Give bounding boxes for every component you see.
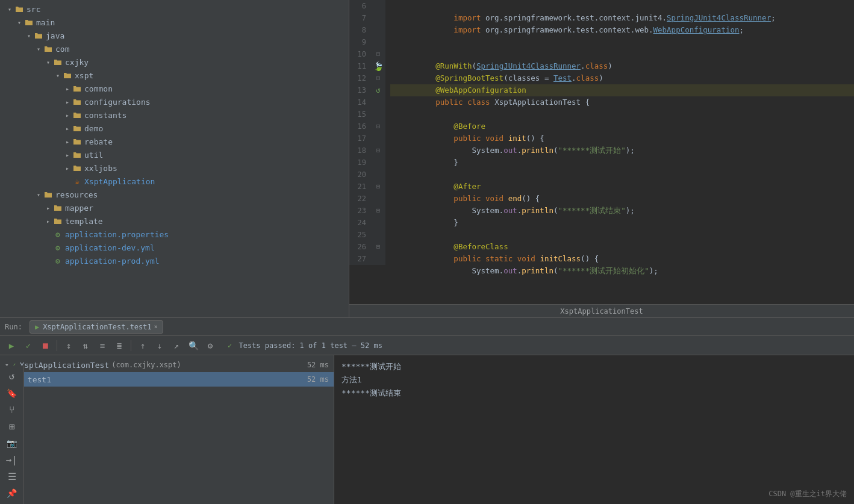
gutter-25 xyxy=(371,229,385,241)
output-line-1: ******测试开始 xyxy=(341,360,847,373)
folder-icon-cxjky xyxy=(53,57,63,67)
folder-icon-mapper xyxy=(53,203,63,213)
tree-item-xspt[interactable]: xspt xyxy=(0,69,349,82)
gutter-22 xyxy=(371,193,385,205)
folder-icon-resources xyxy=(43,190,53,199)
folder-icon-xxljobs xyxy=(72,163,82,173)
tree-item-application-prod[interactable]: ⚙ application-prod.yml xyxy=(0,254,349,267)
run-down-button[interactable]: ↓ xyxy=(153,339,166,352)
gutter-6 xyxy=(371,0,385,12)
tree-item-demo[interactable]: demo xyxy=(0,122,349,135)
run-align-button[interactable]: ≡ xyxy=(96,339,109,352)
run-tree-test1[interactable]: ✓ test1 52 ms xyxy=(0,372,334,387)
tree-item-resources[interactable]: resources xyxy=(0,188,349,201)
tree-item-xsptapplication[interactable]: ☕ XsptApplication xyxy=(0,175,349,188)
line-num-24: 24 xyxy=(354,217,366,229)
gutter-7 xyxy=(371,12,385,24)
line-num-9: 9 xyxy=(354,36,366,48)
run-stop-button[interactable]: ⏹ xyxy=(39,339,52,352)
run-up-button[interactable]: ↑ xyxy=(136,339,149,352)
line-num-27: 27 xyxy=(354,253,366,265)
tree-arrow-util xyxy=(63,150,72,160)
line-num-23: 23 xyxy=(354,205,366,217)
tree-item-mapper[interactable]: mapper xyxy=(0,201,349,214)
bottom-left-icons: ↺ 🔖 ⑂ ⊞ 📷 →| ☰ 📌 xyxy=(0,366,24,504)
line-numbers: 6 7 8 9 10 11 12 13 14 15 16 17 18 19 20… xyxy=(349,0,371,265)
run-align-lines-button[interactable]: ≣ xyxy=(113,339,126,352)
tree-label-cxjky: cxjky xyxy=(65,58,89,67)
tree-label-constants: constants xyxy=(84,111,126,120)
tree-label-demo: demo xyxy=(84,124,103,133)
tree-item-configurations[interactable]: configurations xyxy=(0,95,349,108)
tree-item-util[interactable]: util xyxy=(0,148,349,161)
run-sort-asc-button[interactable]: ↕ xyxy=(62,339,75,352)
gutter-18: ⊟ xyxy=(371,145,385,157)
folder-icon-rebate xyxy=(72,137,82,146)
toolbar-divider-1 xyxy=(57,340,57,351)
tree-arrow-src xyxy=(5,4,14,14)
yml-file-icon-prod: ⚙ xyxy=(53,256,63,266)
test-status: ✓ Tests passed: 1 of 1 test – 52 ms xyxy=(228,341,382,350)
tree-item-com[interactable]: com xyxy=(0,42,349,55)
parent-time-label: 52 ms xyxy=(307,361,329,369)
line-num-20: 20 xyxy=(354,169,366,181)
code-line-20: @After xyxy=(390,169,854,181)
bottom-icon-git[interactable]: ⑂ xyxy=(4,404,20,416)
tree-item-cxjky[interactable]: cxjky xyxy=(0,55,349,69)
tree-arrow-xxljobs xyxy=(63,163,72,173)
tree-label-resources: resources xyxy=(55,190,98,199)
line-num-26: 26 xyxy=(354,241,366,253)
editor-filename-label: XsptApplicationTest xyxy=(560,307,643,316)
folder-icon-src xyxy=(14,4,24,14)
output-line-2: 方法1 xyxy=(341,373,847,387)
run-search-button[interactable]: 🔍 xyxy=(187,339,200,352)
tree-arrow-mapper xyxy=(43,203,53,213)
run-settings-button[interactable]: ⚙ xyxy=(204,339,217,352)
line-num-25: 25 xyxy=(354,229,366,241)
bottom-icon-db[interactable]: ☰ xyxy=(4,471,20,483)
bottom-icon-pin[interactable]: 📌 xyxy=(4,487,20,499)
line-num-8: 8 xyxy=(354,24,366,36)
tree-item-src[interactable]: src xyxy=(0,2,349,16)
tree-item-constants[interactable]: constants xyxy=(0,108,349,122)
code-lines-container: import org.springframework.test.context.… xyxy=(385,0,854,265)
test-status-check: ✓ xyxy=(228,341,232,350)
line-num-6: 6 xyxy=(354,0,366,12)
tree-item-application-properties[interactable]: ⚙ application.properties xyxy=(0,228,349,241)
run-play-button[interactable]: ▶ xyxy=(5,339,18,352)
tree-arrow-constants xyxy=(63,110,72,120)
tree-item-rebate[interactable]: rebate xyxy=(0,135,349,148)
gutter-16: ⊟ xyxy=(371,120,385,132)
tree-label-application-properties: application.properties xyxy=(65,230,169,239)
editor-status-bar: XsptApplicationTest xyxy=(349,304,854,317)
run-panel: Run: ▶ XsptApplicationTest.test1 × ▶ ✓ ⏹… xyxy=(0,317,854,504)
bottom-icon-bookmark[interactable]: 🔖 xyxy=(4,387,20,399)
tree-arrow-main xyxy=(14,17,24,27)
run-export-button[interactable]: ↗ xyxy=(170,339,183,352)
line-num-15: 15 xyxy=(354,108,366,120)
run-toolbar: ▶ ✓ ⏹ ↕ ⇅ ≡ ≣ ↑ ↓ ↗ 🔍 ⚙ ✓ Tests passed: … xyxy=(0,336,854,355)
main-area: src main java com xyxy=(0,0,854,317)
tree-item-xxljobs[interactable]: xxljobs xyxy=(0,161,349,175)
run-check-button[interactable]: ✓ xyxy=(22,339,35,352)
tree-label-xspt: xspt xyxy=(75,71,93,80)
folder-icon-common xyxy=(72,84,82,93)
tree-item-application-dev[interactable]: ⚙ application-dev.yml xyxy=(0,241,349,254)
run-tree-parent[interactable]: ▾ ✓ XsptApplicationTest (com.cxjky.xspt)… xyxy=(0,358,334,372)
run-tab-close[interactable]: × xyxy=(154,323,158,330)
tree-item-common[interactable]: common xyxy=(0,82,349,95)
bottom-icon-terminal[interactable]: →| xyxy=(4,454,20,466)
bottom-icon-grid[interactable]: ⊞ xyxy=(4,420,20,432)
tree-item-template[interactable]: template xyxy=(0,214,349,228)
run-tab-xspttest[interactable]: ▶ XsptApplicationTest.test1 × xyxy=(30,320,163,334)
line-num-21: 21 xyxy=(354,181,366,193)
run-sort-desc-button[interactable]: ⇅ xyxy=(79,339,92,352)
bottom-icon-camera[interactable]: 📷 xyxy=(4,437,20,449)
bottom-icon-rerun[interactable]: ↺ xyxy=(4,370,20,382)
tree-item-main[interactable]: main xyxy=(0,16,349,29)
code-line-24 xyxy=(390,217,854,229)
tree-item-java[interactable]: java xyxy=(0,29,349,42)
test1-time-label: 52 ms xyxy=(307,375,329,384)
folder-icon-configurations xyxy=(72,97,82,107)
code-line-15: @Before xyxy=(390,108,854,120)
